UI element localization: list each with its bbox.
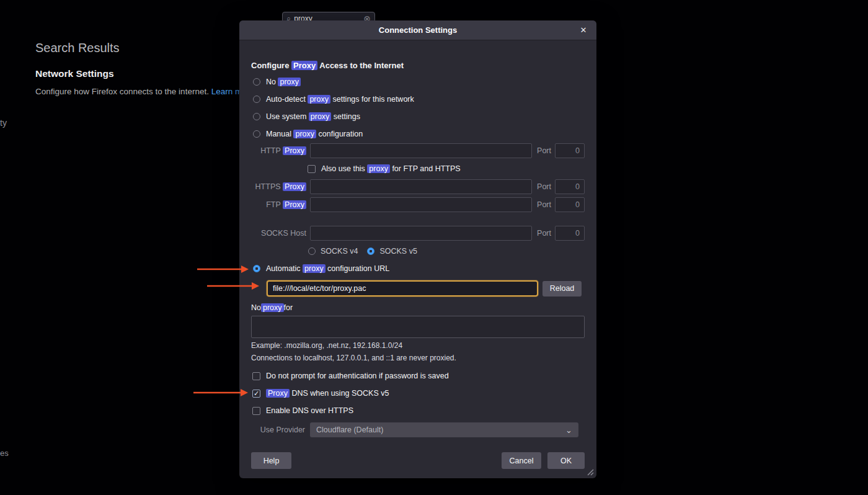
network-settings-heading: Network Settings <box>35 68 114 79</box>
no-auth-prompt-label: Do not prompt for authentication if pass… <box>266 372 449 380</box>
no-auth-prompt-checkbox[interactable] <box>252 372 260 380</box>
search-highlight: proxy <box>367 164 390 173</box>
ftp-proxy-row: FTP Proxy Port <box>251 197 585 213</box>
radio-no-proxy[interactable] <box>253 78 260 86</box>
search-highlight: proxy <box>261 303 284 312</box>
radio-auto-detect[interactable] <box>253 96 260 103</box>
radio-row-manual-proxy: Manual proxy configuration <box>251 125 585 143</box>
http-proxy-input[interactable] <box>310 143 532 158</box>
proxy-dns-checkbox[interactable]: ✓ <box>252 390 260 398</box>
no-auth-prompt-row: Do not prompt for authentication if pass… <box>251 368 585 384</box>
socks-port-input[interactable] <box>555 226 585 241</box>
search-highlight: Proxy <box>283 182 306 191</box>
search-highlight: Proxy <box>283 146 306 155</box>
radio-socks-v4[interactable] <box>308 248 316 255</box>
sidebar-clipped-label-top: ty <box>0 118 7 128</box>
search-highlight: Proxy <box>266 389 290 398</box>
auto-url-input[interactable] <box>267 280 538 297</box>
no-proxy-example-text: Example: .mozilla.org, .net.nz, 192.168.… <box>251 340 585 351</box>
radio-label-auto-url: Automatic proxy configuration URL <box>266 264 389 273</box>
help-button[interactable]: Help <box>251 452 291 469</box>
close-icon[interactable]: ✕ <box>577 24 590 37</box>
doh-checkbox[interactable] <box>252 407 260 415</box>
ftp-port-label: Port <box>537 200 551 209</box>
cancel-button[interactable]: Cancel <box>502 452 541 469</box>
search-highlight: Proxy <box>283 200 306 209</box>
https-port-label: Port <box>537 182 551 191</box>
search-highlight: proxy <box>309 112 332 121</box>
ok-button[interactable]: OK <box>547 452 585 469</box>
socks-port-label: Port <box>537 229 551 238</box>
radio-auto-url[interactable] <box>253 265 260 272</box>
resize-grip-icon[interactable] <box>586 468 594 476</box>
dialog-title: Connection Settings <box>379 25 457 35</box>
https-port-input[interactable] <box>555 179 585 194</box>
doh-row: Enable DNS over HTTPS <box>251 403 585 419</box>
also-use-proxy-row: Also use this proxy for FTP and HTTPS <box>308 161 585 177</box>
radio-manual-proxy[interactable] <box>253 130 260 138</box>
also-use-proxy-label: Also use this proxy for FTP and HTTPS <box>321 164 461 173</box>
radio-label-no-proxy: No proxy <box>266 78 301 86</box>
socks-host-row: SOCKS Host Port <box>251 225 585 241</box>
ftp-port-input[interactable] <box>555 197 585 212</box>
radio-label-socks-v5: SOCKS v5 <box>379 247 417 256</box>
radio-socks-v5[interactable] <box>367 248 374 255</box>
proxy-dns-row: ✓ Proxy DNS when using SOCKS v5 <box>251 385 585 401</box>
search-highlight: proxy <box>308 95 330 104</box>
doh-provider-value: Cloudflare (Default) <box>316 426 383 434</box>
https-proxy-label: HTTPS Proxy <box>251 182 306 191</box>
radio-label-system-proxy: Use system proxy settings <box>266 112 360 121</box>
radio-label-socks-v4: SOCKS v4 <box>321 247 358 256</box>
https-proxy-input[interactable] <box>310 179 532 194</box>
radio-row-auto-url: Automatic proxy configuration URL <box>251 260 585 277</box>
proxy-dns-label: Proxy DNS when using SOCKS v5 <box>266 389 389 398</box>
network-settings-description: Configure how Firefox connects to the in… <box>35 87 254 96</box>
no-proxy-for-label: No proxy for <box>251 301 585 314</box>
http-proxy-label: HTTP Proxy <box>251 146 306 155</box>
chevron-down-icon: ⌄ <box>565 426 572 434</box>
ftp-proxy-label: FTP Proxy <box>251 200 306 209</box>
radio-row-auto-detect: Auto-detect proxy settings for this netw… <box>251 91 585 108</box>
connection-settings-dialog: Connection Settings ✕ Configure Proxy Ac… <box>239 20 596 478</box>
search-highlight: proxy <box>293 130 316 138</box>
dialog-heading: Configure Proxy Access to the Internet <box>251 61 585 71</box>
localhost-note-text: Connections to localhost, 127.0.0.1, and… <box>251 352 585 363</box>
dialog-content: Configure Proxy Access to the Internet N… <box>239 61 596 469</box>
doh-provider-row: Use Provider Cloudflare (Default) ⌄ <box>251 422 585 438</box>
dialog-titlebar: Connection Settings ✕ <box>239 20 596 40</box>
https-proxy-row: HTTPS Proxy Port <box>251 179 585 195</box>
radio-label-auto-detect: Auto-detect proxy settings for this netw… <box>266 95 414 104</box>
search-highlight: proxy <box>278 78 301 86</box>
doh-label: Enable DNS over HTTPS <box>266 406 353 415</box>
also-use-proxy-checkbox[interactable] <box>308 165 316 173</box>
search-results-heading: Search Results <box>35 41 120 55</box>
doh-provider-select[interactable]: Cloudflare (Default) ⌄ <box>310 422 578 437</box>
ftp-proxy-input[interactable] <box>310 197 532 212</box>
no-proxy-for-input[interactable] <box>251 316 585 338</box>
use-provider-label: Use Provider <box>251 426 305 434</box>
search-highlight: proxy <box>303 264 326 273</box>
radio-row-no-proxy: No proxy <box>251 73 585 91</box>
check-icon: ✓ <box>254 390 259 397</box>
socks-host-label: SOCKS Host <box>251 229 306 238</box>
reload-button[interactable]: Reload <box>542 281 582 297</box>
sidebar-clipped-label-bottom: es <box>0 448 9 458</box>
socks-version-row: SOCKS v4 SOCKS v5 <box>251 243 585 259</box>
http-port-label: Port <box>537 146 551 155</box>
radio-row-system-proxy: Use system proxy settings <box>251 108 585 125</box>
socks-host-input[interactable] <box>310 226 532 241</box>
dialog-buttons-row: Help Cancel OK <box>251 452 585 469</box>
radio-label-manual-proxy: Manual proxy configuration <box>266 130 363 138</box>
http-port-input[interactable] <box>555 143 585 158</box>
search-highlight: Proxy <box>291 61 317 70</box>
auto-url-row: Reload <box>267 279 585 298</box>
radio-system-proxy[interactable] <box>253 113 260 120</box>
http-proxy-row: HTTP Proxy Port <box>251 143 585 159</box>
